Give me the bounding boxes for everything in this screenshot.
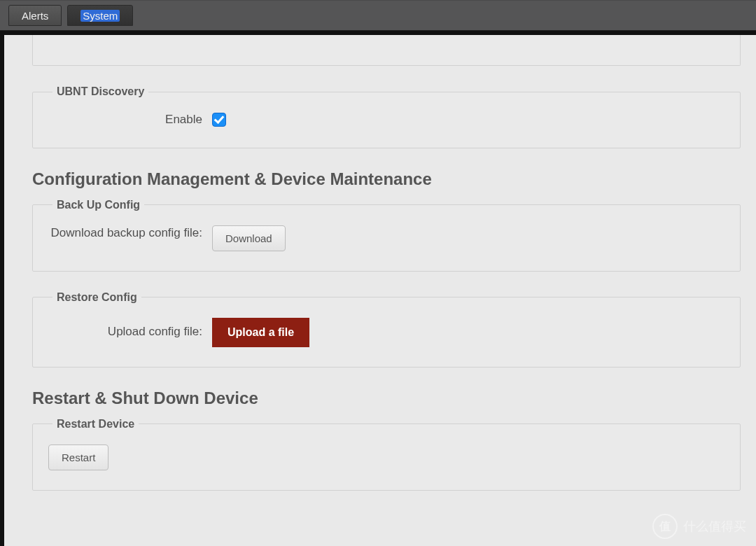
tab-system-label: System [80,10,120,22]
enable-label: Enable [48,112,202,128]
tab-alerts-label: Alerts [22,10,48,22]
settings-panel: UBNT Discovery Enable Configuration Mana… [0,35,756,546]
enable-checkbox[interactable] [212,113,226,127]
restart-button[interactable]: Restart [48,444,108,470]
backup-config-group: Back Up Config Download backup config fi… [32,199,741,272]
restore-label: Upload config file: [48,324,202,340]
restart-device-group: Restart Device Restart [32,418,741,491]
previous-group-cutoff [32,35,741,66]
download-button[interactable]: Download [212,225,286,251]
ubnt-discovery-legend: UBNT Discovery [52,85,148,98]
restart-heading: Restart & Shut Down Device [32,388,741,408]
backup-label: Download backup config file: [48,225,202,241]
tab-system[interactable]: System [67,5,133,26]
upload-file-button[interactable]: Upload a file [212,318,309,347]
top-tab-bar: Alerts System [0,0,756,31]
restore-config-legend: Restore Config [52,291,141,304]
backup-config-legend: Back Up Config [52,199,144,211]
restart-device-legend: Restart Device [52,418,139,430]
ubnt-discovery-group: UBNT Discovery Enable [32,85,741,148]
restore-config-group: Restore Config Upload config file: Uploa… [32,291,741,368]
config-mgmt-heading: Configuration Management & Device Mainte… [32,169,741,189]
tab-alerts[interactable]: Alerts [8,5,62,26]
